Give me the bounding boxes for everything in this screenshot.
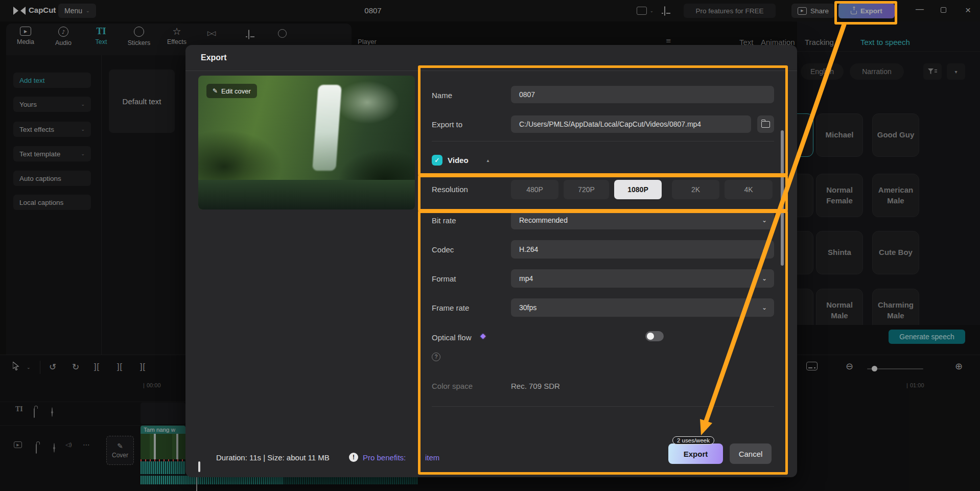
pro-benefits-label[interactable]: Pro benefits: [363,453,406,462]
chevron-down-icon: ⌄ [762,304,767,311]
waterfall-image [312,85,342,171]
dialog-export-button[interactable]: Export [668,443,723,464]
video-checkbox[interactable]: ✓ [432,155,442,166]
chevron-down-icon: ⌄ [762,217,767,224]
collapse-caret-icon[interactable]: ▲ [486,158,490,163]
capcut-app-window: CapCut Menu⌄ 0807 ⌄ Pro features for FRE… [0,0,980,491]
edit-cover-button[interactable]: ✎ Edit cover [206,84,257,98]
color-space-value: Rec. 709 SDR [511,382,560,390]
export-path-input[interactable]: C:/Users/PMLS/AppData/Local/CapCut/Video… [511,115,751,133]
optical-flow-label: Optical flow [432,333,472,342]
usage-badge: 2 uses/week [672,436,714,445]
export-summary: Duration: 11s | Size: about 11 MB [216,453,330,462]
format-label: Format [432,274,456,283]
resolution-option-720p[interactable]: 720P [564,180,609,199]
chevron-down-icon: ⌄ [762,246,767,253]
pencil-icon: ✎ [213,87,218,95]
export-dialog: Export ✎ Edit cover Name 0807 Export to … [185,45,797,477]
name-input[interactable]: 0807 [511,86,774,103]
film-icon [198,461,200,472]
help-icon[interactable]: ? [432,353,440,361]
dialog-scrollbar[interactable] [781,130,784,266]
resolution-option-2k[interactable]: 2K [672,180,719,199]
dialog-title: Export [201,53,227,62]
format-dropdown[interactable]: mp4⌄ [511,269,774,288]
video-section-label: Video [448,156,469,165]
video-preview: ✎ Edit cover [198,76,415,209]
resolution-option-480p[interactable]: 480P [511,180,558,199]
dialog-header-divider [185,71,797,71]
frame-rate-dropdown[interactable]: 30fps⌄ [511,298,774,317]
color-space-label: Color space [432,382,473,390]
resolution-option-1080p[interactable]: 1080P [614,180,662,199]
chevron-down-icon: ⌄ [762,275,767,282]
section-divider [432,406,774,407]
export-to-label: Export to [432,120,462,129]
codec-dropdown[interactable]: H.264⌄ [511,240,774,259]
pro-gem-icon: ◆ [480,332,486,340]
name-label: Name [432,91,452,100]
frame-rate-label: Frame rate [432,303,469,312]
optical-flow-toggle[interactable] [645,331,664,341]
folder-icon [761,121,770,128]
dialog-cancel-button[interactable]: Cancel [730,443,772,464]
preview-pool [198,180,415,209]
resolution-label: Resolution [432,185,468,194]
bit-rate-label: Bit rate [432,216,456,225]
section-divider [432,141,774,142]
resolution-option-4k[interactable]: 4K [725,180,773,199]
browse-folder-button[interactable] [757,115,774,133]
pro-benefits-item[interactable]: item [425,453,439,462]
codec-label: Codec [432,245,454,254]
info-icon: ! [349,453,358,462]
bit-rate-dropdown[interactable]: Recommended⌄ [511,211,774,229]
